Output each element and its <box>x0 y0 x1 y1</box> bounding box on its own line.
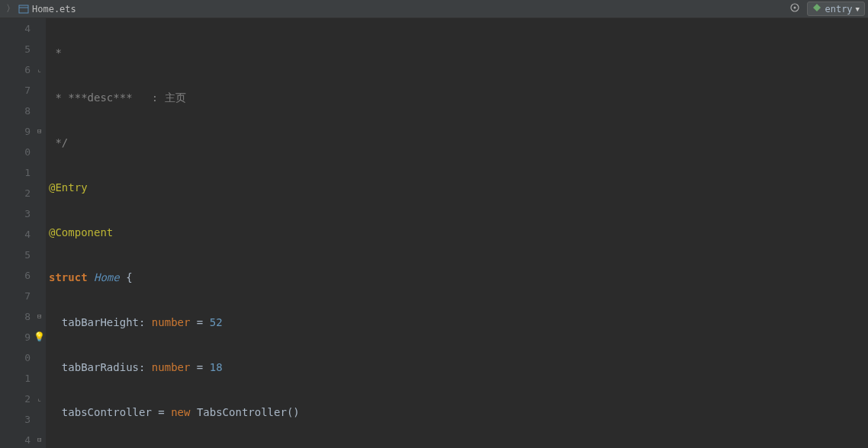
svg-point-3 <box>794 7 796 9</box>
code-token: = <box>190 361 209 373</box>
fold-end-icon[interactable]: ⌞ <box>37 395 41 402</box>
file-icon <box>18 4 29 14</box>
fold-start-icon[interactable]: ⊟ <box>37 312 41 320</box>
entry-dropdown[interactable]: entry ▼ <box>807 2 865 16</box>
code-token: 18 <box>210 361 223 373</box>
line-number[interactable]: 9 <box>0 327 31 347</box>
code-token: tabsController = <box>49 406 171 418</box>
breadcrumb[interactable]: 〉 Home.ets <box>3 2 76 15</box>
chevron-down-icon: ▼ <box>856 5 860 13</box>
line-number[interactable]: 3 <box>0 203 31 224</box>
module-icon <box>812 3 821 14</box>
editor-area: 4 5 6 7 8 9 0 1 2 3 4 5 6 7 8 9 0 1 2 3 … <box>0 18 868 448</box>
line-number[interactable]: 6 <box>0 265 31 286</box>
line-number[interactable]: 2 <box>0 183 31 203</box>
line-number[interactable]: 8 <box>0 306 31 327</box>
line-number[interactable]: 4 <box>0 224 31 245</box>
line-number[interactable]: 1 <box>0 162 31 183</box>
code-editor[interactable]: * * ***desc*** : 主页 */ @Entry @Component… <box>46 18 868 448</box>
editor-top-bar: 〉 Home.ets entry ▼ <box>0 0 868 18</box>
line-number-gutter: 4 5 6 7 8 9 0 1 2 3 4 5 6 7 8 9 0 1 2 3 … <box>0 18 37 448</box>
lightbulb-icon[interactable]: 💡 <box>34 331 45 342</box>
code-token: new <box>171 406 190 418</box>
code-token: { <box>126 271 132 283</box>
line-number[interactable]: 7 <box>0 80 31 101</box>
line-number[interactable]: 9 <box>0 121 31 142</box>
line-number[interactable]: 5 <box>0 245 31 265</box>
fold-start-icon[interactable]: ⊟ <box>37 127 41 135</box>
line-number[interactable]: 4 <box>0 18 31 39</box>
line-number[interactable]: 0 <box>0 347 31 368</box>
code-token: Home <box>88 271 127 283</box>
code-token: number <box>152 361 191 373</box>
line-number[interactable]: 5 <box>0 39 31 59</box>
code-token: tabBarHeight: <box>49 316 152 328</box>
line-number[interactable]: 6 <box>0 59 31 80</box>
code-token: struct <box>49 271 88 283</box>
code-token: */ <box>49 136 68 149</box>
entry-label: entry <box>825 4 852 14</box>
code-token: = <box>190 316 209 328</box>
svg-rect-0 <box>19 5 28 13</box>
code-token: TabsController() <box>190 406 299 418</box>
line-number[interactable]: 1 <box>0 368 31 389</box>
line-number[interactable]: 8 <box>0 101 31 121</box>
breadcrumb-filename: Home.ets <box>32 4 76 14</box>
crosshair-icon[interactable] <box>789 2 801 16</box>
code-token: * ***desc*** : <box>49 91 165 104</box>
top-right-controls: entry ▼ <box>789 2 865 16</box>
code-token: tabBarRadius: <box>49 361 152 373</box>
code-token: 主页 <box>165 91 186 104</box>
code-token: * <box>49 46 62 59</box>
line-number[interactable]: 0 <box>0 142 31 162</box>
line-number[interactable]: 2 <box>0 389 31 409</box>
breadcrumb-separator: 〉 <box>6 2 15 15</box>
line-number[interactable]: 7 <box>0 286 31 306</box>
code-token: number <box>152 316 191 328</box>
code-token: 52 <box>210 316 223 328</box>
fold-gutter: ⌞ ⊟ ⊟ 💡 ⌞ ⊟ <box>37 18 46 448</box>
fold-start-icon[interactable]: ⊟ <box>37 436 41 443</box>
code-token: @Entry <box>49 181 88 194</box>
line-number[interactable]: 3 <box>0 409 31 430</box>
code-token: @Component <box>49 226 113 238</box>
svg-marker-4 <box>813 4 821 11</box>
fold-end-icon[interactable]: ⌞ <box>37 66 41 73</box>
line-number[interactable]: 4 <box>0 430 31 448</box>
